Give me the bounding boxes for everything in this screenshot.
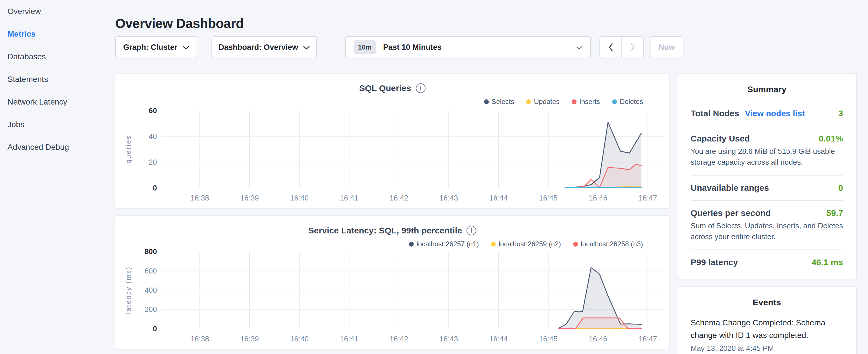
time-range-picker[interactable]: 10m Past 10 Minutes bbox=[345, 36, 591, 58]
svg-text:16:38: 16:38 bbox=[191, 335, 209, 343]
svg-text:200: 200 bbox=[145, 305, 157, 313]
chevron-down-icon bbox=[183, 43, 189, 52]
toolbar-divider bbox=[340, 36, 340, 58]
svg-text:16:42: 16:42 bbox=[390, 194, 408, 202]
summary-item-label: Capacity Used bbox=[691, 134, 750, 143]
events-list: Schema Change Completed: Schema change w… bbox=[691, 317, 843, 353]
svg-text:16:39: 16:39 bbox=[240, 194, 259, 202]
service-latency-sql-99th-percentile-chart[interactable]: 16:3816:3916:4016:4116:4216:4316:4416:45… bbox=[115, 216, 670, 349]
svg-text:16:43: 16:43 bbox=[439, 194, 458, 202]
dashboard-dropdown[interactable]: Dashboard: Overview bbox=[212, 36, 317, 58]
page-title: Overview Dashboard bbox=[115, 16, 244, 31]
summary-divider bbox=[691, 175, 843, 175]
svg-text:40: 40 bbox=[149, 132, 157, 140]
summary-item-value: 3 bbox=[838, 108, 843, 118]
sidebar-item-databases[interactable]: Databases bbox=[0, 45, 115, 68]
chart-card-service-latency: Service Latency: SQL, 99th percentileilo… bbox=[115, 215, 670, 349]
svg-text:16:44: 16:44 bbox=[489, 194, 508, 202]
svg-text:800: 800 bbox=[145, 248, 157, 255]
svg-text:16:47: 16:47 bbox=[639, 194, 657, 202]
next-interval-button[interactable] bbox=[621, 37, 643, 58]
events-title: Events bbox=[691, 287, 843, 307]
event-text: Schema Change Completed: Schema change w… bbox=[691, 317, 843, 342]
svg-text:16:44: 16:44 bbox=[489, 335, 508, 343]
summary-divider bbox=[691, 200, 843, 201]
summary-item-description: You are using 28.6 MiB of 515.9 GiB usab… bbox=[691, 146, 843, 167]
svg-text:16:47: 16:47 bbox=[639, 335, 657, 343]
sidebar-item-network-latency[interactable]: Network Latency bbox=[0, 91, 115, 113]
summary-divider bbox=[691, 126, 843, 126]
summary-item-label: Total Nodes bbox=[691, 108, 739, 118]
right-column: Summary Total NodesView nodes list3Capac… bbox=[677, 73, 857, 354]
svg-text:16:38: 16:38 bbox=[191, 194, 209, 202]
svg-text:16:43: 16:43 bbox=[439, 335, 458, 343]
summary-item-capacity-used: Capacity Used0.01% bbox=[691, 134, 843, 143]
sidebar-item-statements[interactable]: Statements bbox=[0, 68, 115, 91]
toolbar: Graph: Cluster Dashboard: Overview 10m P… bbox=[115, 36, 857, 58]
summary-item-total-nodes: Total NodesView nodes list3 bbox=[691, 108, 843, 118]
event-item: Schema Change Completed: Schema change w… bbox=[691, 317, 843, 353]
chart-card-sql-queries: SQL QueriesiSelectsUpdatesInsertsDeletes… bbox=[115, 73, 670, 208]
now-button[interactable]: Now bbox=[650, 36, 683, 58]
sql-queries-chart[interactable]: 16:3816:3916:4016:4116:4216:4316:4416:45… bbox=[115, 74, 670, 208]
chevron-down-icon bbox=[576, 43, 582, 52]
dashboard-dropdown-label: Dashboard: Overview bbox=[219, 43, 298, 52]
svg-text:60: 60 bbox=[149, 106, 157, 115]
svg-text:400: 400 bbox=[145, 286, 157, 294]
events-card: Events Schema Change Completed: Schema c… bbox=[677, 286, 857, 354]
summary-item-value: 46.1 ms bbox=[811, 257, 843, 267]
main-content: Overview Dashboard Graph: Cluster Dashbo… bbox=[115, 0, 857, 354]
svg-text:16:45: 16:45 bbox=[539, 194, 558, 202]
svg-text:16:45: 16:45 bbox=[539, 335, 558, 343]
svg-text:16:41: 16:41 bbox=[340, 194, 359, 202]
summary-item-description: Sum of Selects, Updates, Inserts, and De… bbox=[691, 220, 843, 242]
svg-text:0: 0 bbox=[153, 184, 157, 192]
time-nav-group bbox=[599, 36, 644, 58]
svg-text:queries: queries bbox=[124, 135, 132, 163]
svg-text:16:40: 16:40 bbox=[290, 335, 309, 343]
sidebar-item-metrics[interactable]: Metrics bbox=[0, 23, 115, 45]
svg-text:16:46: 16:46 bbox=[589, 335, 608, 343]
svg-text:0: 0 bbox=[153, 325, 157, 333]
svg-text:16:40: 16:40 bbox=[290, 194, 309, 202]
prev-interval-button[interactable] bbox=[600, 37, 621, 58]
summary-card: Summary Total NodesView nodes list3Capac… bbox=[677, 73, 857, 279]
svg-text:16:41: 16:41 bbox=[340, 335, 359, 343]
summary-item-value: 0.01% bbox=[819, 134, 843, 143]
sidebar-item-overview[interactable]: Overview bbox=[0, 0, 115, 23]
summary-item-label: Queries per second bbox=[691, 208, 771, 218]
summary-item-p99-latency: P99 latency46.1 ms bbox=[691, 257, 843, 267]
event-timestamp: May 13, 2020 at 4:45 PM bbox=[691, 344, 843, 353]
svg-text:16:42: 16:42 bbox=[390, 335, 408, 343]
svg-text:16:39: 16:39 bbox=[240, 335, 259, 343]
summary-item-value: 0 bbox=[838, 183, 843, 193]
svg-text:16:46: 16:46 bbox=[589, 194, 608, 202]
charts-column: SQL QueriesiSelectsUpdatesInsertsDeletes… bbox=[115, 73, 670, 354]
graph-dropdown-label: Graph: Cluster bbox=[123, 43, 177, 52]
svg-text:20: 20 bbox=[149, 158, 157, 166]
summary-item-label: Unavailable ranges bbox=[691, 183, 769, 193]
summary-item-unavailable-ranges: Unavailable ranges0 bbox=[691, 183, 843, 193]
svg-text:600: 600 bbox=[145, 267, 157, 275]
summary-title: Summary bbox=[691, 74, 843, 94]
summary-item-queries-per-second: Queries per second59.7 bbox=[691, 208, 843, 218]
summary-item-label: P99 latency bbox=[691, 257, 738, 267]
svg-text:latency (ms): latency (ms) bbox=[124, 266, 132, 314]
chevron-down-icon bbox=[303, 43, 310, 52]
sidebar-item-jobs[interactable]: Jobs bbox=[0, 113, 115, 136]
summary-list: Total NodesView nodes list3Capacity Used… bbox=[691, 108, 843, 267]
time-range-badge: 10m bbox=[354, 40, 376, 54]
sidebar-item-advanced-debug[interactable]: Advanced Debug bbox=[0, 136, 115, 158]
summary-item-value: 59.7 bbox=[827, 208, 843, 218]
summary-divider bbox=[691, 250, 843, 250]
view-nodes-list-link[interactable]: View nodes list bbox=[745, 109, 805, 118]
graph-dropdown[interactable]: Graph: Cluster bbox=[115, 36, 197, 58]
app-window: OverviewMetricsDatabasesStatementsNetwor… bbox=[0, 0, 868, 354]
time-range-label: Past 10 Minutes bbox=[383, 43, 576, 52]
sidebar: OverviewMetricsDatabasesStatementsNetwor… bbox=[0, 0, 115, 354]
